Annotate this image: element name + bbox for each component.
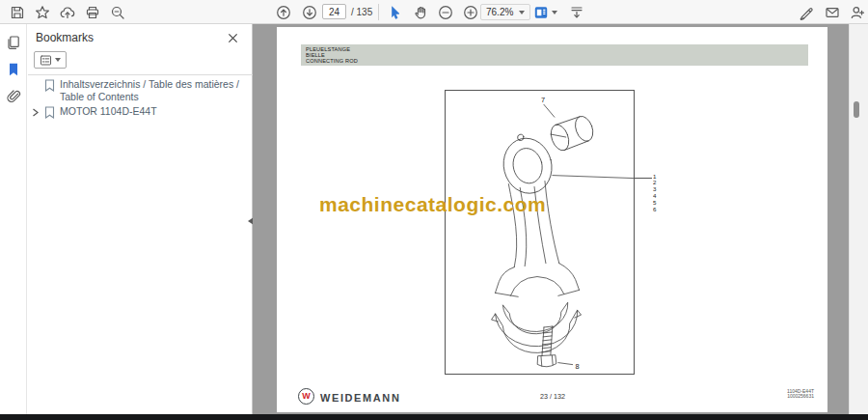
exploded-diagram: 7 8 <box>445 90 635 375</box>
bookmark-outline-icon <box>44 79 55 95</box>
main-region: Bookmarks Inhaltsve <box>0 24 868 414</box>
watermark-text: machinecatalogic.com <box>319 193 546 216</box>
bookmarks-tab[interactable] <box>3 59 24 80</box>
options-list-icon <box>40 54 52 67</box>
save-icon <box>10 5 25 20</box>
scroll-mode-icon <box>569 5 584 20</box>
cursor-icon <box>388 5 403 20</box>
pen-icon <box>799 5 814 20</box>
weidemann-logo: W <box>298 388 314 405</box>
footer-references: 1104D-E44T 1000256631 <box>787 388 814 399</box>
email-button[interactable] <box>821 1 843 23</box>
window-bottom-edge <box>0 414 868 420</box>
bookmark-item-motor[interactable]: MOTOR 1104D-E44T <box>28 105 253 118</box>
bookmark-outline-icon <box>44 106 55 122</box>
page-number-input[interactable] <box>322 4 346 19</box>
star-button[interactable] <box>31 1 53 23</box>
share-with-others-button[interactable] <box>846 1 868 23</box>
close-icon <box>228 33 238 43</box>
callout-8-label: 8 <box>576 362 580 371</box>
panel-close-button[interactable] <box>224 29 241 46</box>
panel-title: Bookmarks <box>36 31 94 44</box>
envelope-icon <box>825 5 840 20</box>
fill-sign-button[interactable] <box>795 1 817 23</box>
bookmark-item-label: MOTOR 1104D-E44T <box>60 105 247 118</box>
bookmark-item-label: Inhaltsverzeichnis / Table des matières … <box>60 78 247 103</box>
callout-7-label: 7 <box>541 96 545 104</box>
scrollbar-thumb[interactable] <box>854 101 859 118</box>
document-viewport: PLEUELSTANGE BIELLE CONNECTING ROD machi… <box>253 24 868 414</box>
page-view-icon <box>533 5 549 20</box>
arrow-up-circle-icon <box>276 5 291 20</box>
bookmark-icon <box>6 62 21 77</box>
page-thumbnails-tab[interactable] <box>3 32 24 53</box>
hand-icon <box>413 5 428 20</box>
footer-brand: WEIDEMANN <box>320 392 400 404</box>
callout-number-stack: 1 2 3 4 5 6 <box>653 173 656 212</box>
pdf-page: PLEUELSTANGE BIELLE CONNECTING ROD machi… <box>277 27 827 412</box>
toolbar: / 135 76.2% <box>0 0 868 24</box>
footer-ref-number: 1000256631 <box>787 394 814 400</box>
attachments-tab[interactable] <box>3 86 24 107</box>
part-header-lines: PLEUELSTANGE BIELLE CONNECTING ROD <box>306 46 358 64</box>
zoom-out-button[interactable] <box>434 1 456 23</box>
print-button[interactable] <box>81 1 103 23</box>
panel-divider <box>28 74 253 75</box>
star-icon <box>35 5 50 20</box>
toolbar-separator <box>378 4 379 20</box>
previous-page-button[interactable] <box>272 1 294 23</box>
select-tool-button[interactable] <box>384 1 406 23</box>
logo-letter: W <box>302 392 311 401</box>
callout-label: 6 <box>653 206 656 212</box>
page-count-label: / 135 <box>351 7 372 17</box>
paperclip-icon <box>6 89 21 104</box>
callout-bracket-line <box>635 178 652 179</box>
navigation-sidebar: Bookmarks Inhaltsve <box>0 24 253 414</box>
callout-label: 5 <box>653 199 656 206</box>
hand-tool-button[interactable] <box>409 1 431 23</box>
bookmark-options-button[interactable] <box>34 51 67 69</box>
footer-page-indicator: 23 / 132 <box>539 393 564 401</box>
minus-circle-icon <box>438 5 453 20</box>
callout-label: 3 <box>653 186 656 193</box>
next-page-button[interactable] <box>298 1 320 23</box>
share-upload-button[interactable] <box>56 1 78 23</box>
zoom-in-button[interactable] <box>459 1 481 23</box>
connecting-rod-drawing: 7 8 <box>446 91 634 374</box>
header-line-en: CONNECTING ROD <box>306 58 358 64</box>
pdf-viewer-window: / 135 76.2% <box>0 0 868 420</box>
printer-icon <box>85 5 100 20</box>
search-button[interactable] <box>106 1 128 23</box>
chevron-down-icon <box>519 11 525 14</box>
callout-label: 4 <box>653 192 656 199</box>
chevron-right-icon[interactable] <box>31 107 40 120</box>
bookmarks-panel: Bookmarks Inhaltsve <box>28 24 253 414</box>
person-add-icon <box>850 5 865 20</box>
page-view-dropdown[interactable] <box>533 1 557 23</box>
callout-label: 2 <box>653 180 656 186</box>
zoom-level-dropdown[interactable]: 76.2% <box>480 4 530 20</box>
chevron-down-icon <box>552 11 557 14</box>
save-button[interactable] <box>6 1 28 23</box>
scroll-mode-button[interactable] <box>565 1 587 23</box>
pages-icon <box>6 35 21 50</box>
zoom-level-value: 76.2% <box>486 7 513 17</box>
vertical-scrollbar[interactable] <box>849 24 868 414</box>
bookmark-item-contents[interactable]: Inhaltsverzeichnis / Table des matières … <box>28 78 253 103</box>
search-icon <box>110 5 125 20</box>
cloud-upload-icon <box>60 5 75 20</box>
callout-label: 1 <box>653 173 656 180</box>
plus-circle-icon <box>463 5 478 20</box>
part-header-band: PLEUELSTANGE BIELLE CONNECTING ROD <box>301 44 808 66</box>
arrow-down-circle-icon <box>302 5 317 20</box>
chevron-down-icon <box>55 58 61 62</box>
sidebar-icon-strip <box>0 24 27 414</box>
